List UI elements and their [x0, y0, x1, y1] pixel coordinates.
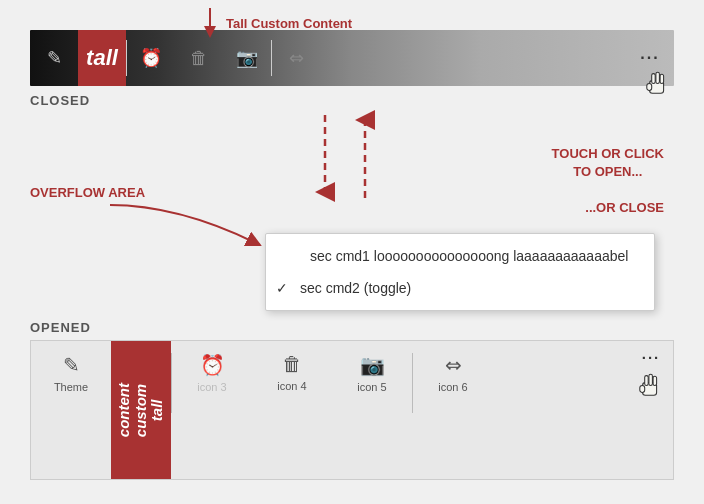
icon4-label: icon 4 — [277, 380, 306, 392]
icon4-item[interactable]: 🗑 icon 4 — [252, 341, 332, 479]
overflow-item-1[interactable]: sec cmd1 looooooooooooooong laaaaaaaaaaa… — [266, 240, 654, 272]
touch-line2: TO OPEN... — [552, 163, 664, 181]
svg-rect-13 — [640, 385, 645, 392]
check-mark-2: ✓ — [276, 280, 292, 296]
icon6-label: icon 6 — [438, 381, 467, 393]
check-empty-1 — [286, 248, 302, 264]
hand-cursor-closed — [644, 68, 672, 100]
tall-custom-text: Tall Custom Content — [226, 16, 352, 31]
icon5-camera: 📷 — [360, 353, 385, 377]
icon6-resize: ⇔ — [445, 353, 462, 377]
tall-annotation-arrow — [200, 8, 220, 38]
more-dots-closed-label: ··· — [640, 49, 659, 67]
more-dots-opened-label: ··· — [642, 349, 661, 366]
touch-line1: TOUCH OR CLICK — [552, 145, 664, 163]
toolbar-closed: ✎ tall ⏰ 🗑 📷 ⇔ ··· — [30, 30, 674, 86]
icon3-clock: ⏰ — [200, 353, 225, 377]
toolbar-opened: ✎ Theme tallcustomcontent ⏰ icon 3 🗑 ico… — [30, 340, 674, 480]
theme-label: Theme — [54, 381, 88, 393]
overflow-curve-arrow — [100, 195, 270, 275]
toolbar-closed-inner: ✎ tall ⏰ 🗑 📷 ⇔ ··· — [30, 30, 674, 86]
more-dots-opened-button[interactable]: ··· — [637, 349, 665, 471]
touch-label: TOUCH OR CLICK TO OPEN... — [552, 145, 664, 181]
icon3-label: icon 3 — [197, 381, 226, 393]
tall-custom-opened: tallcustomcontent — [111, 341, 171, 479]
theme-pencil-icon: ✎ — [63, 353, 80, 377]
svg-rect-16 — [653, 376, 657, 385]
theme-item[interactable]: ✎ Theme — [31, 341, 111, 479]
direction-arrows — [290, 110, 410, 205]
overflow-item-2-label: sec cmd2 (toggle) — [300, 280, 411, 296]
overflow-menu: sec cmd1 looooooooooooooong laaaaaaaaaaa… — [265, 233, 655, 311]
icon4-trash: 🗑 — [282, 353, 302, 376]
camera-icon[interactable]: 📷 — [223, 30, 271, 86]
resize-icon[interactable]: ⇔ — [272, 30, 320, 86]
trash-icon[interactable]: 🗑 — [175, 30, 223, 86]
opened-label: OPENED — [30, 320, 91, 335]
tall-custom-opened-text: tallcustomcontent — [116, 383, 166, 437]
icon6-item[interactable]: ⇔ icon 6 — [413, 341, 493, 479]
toolbar-opened-inner: ✎ Theme tallcustomcontent ⏰ icon 3 🗑 ico… — [31, 341, 673, 479]
icon5-label: icon 5 — [357, 381, 386, 393]
icon5-item[interactable]: 📷 icon 5 — [332, 341, 412, 479]
overflow-item-2[interactable]: ✓ sec cmd2 (toggle) — [266, 272, 654, 304]
svg-rect-15 — [649, 374, 653, 385]
svg-rect-3 — [656, 72, 660, 83]
svg-rect-2 — [652, 74, 656, 84]
more-dots-closed-button[interactable]: ··· — [626, 30, 674, 86]
svg-rect-14 — [645, 376, 649, 386]
svg-rect-4 — [660, 74, 664, 83]
clock-icon[interactable]: ⏰ — [127, 30, 175, 86]
overflow-item-1-label: sec cmd1 looooooooooooooong laaaaaaaaaaa… — [310, 248, 628, 264]
closed-label: CLOSED — [30, 93, 90, 108]
hand-cursor-opened — [637, 370, 665, 402]
tall-custom-closed: tall — [78, 30, 126, 86]
tall-custom-annotation: Tall Custom Content — [200, 8, 352, 38]
edit-icon[interactable]: ✎ — [30, 30, 78, 86]
icon3-item[interactable]: ⏰ icon 3 — [172, 341, 252, 479]
svg-rect-1 — [647, 83, 652, 90]
or-close-label: ...OR CLOSE — [585, 200, 664, 215]
tall-text-closed: tall — [86, 45, 118, 71]
overflow-area-label: OVERFLOW AREA — [30, 185, 145, 200]
